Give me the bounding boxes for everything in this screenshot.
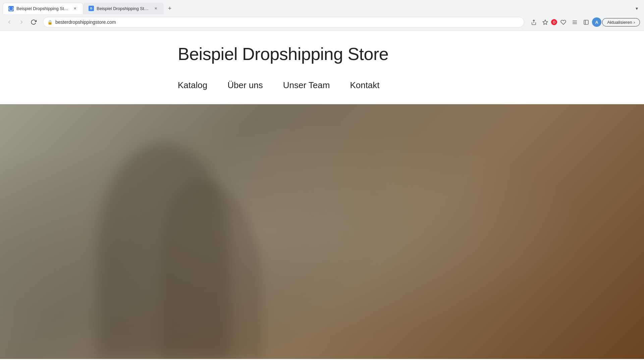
menu-list-button[interactable] <box>569 17 580 27</box>
svg-rect-5 <box>584 20 588 24</box>
browser-chrome: Beispiel Dropshipping Store · ✕ B Beispi… <box>0 0 644 31</box>
svg-marker-1 <box>543 20 547 24</box>
site-header-inner: Beispiel Dropshipping Store Katalog Über… <box>121 44 523 90</box>
tab-1-close[interactable]: ✕ <box>72 6 77 11</box>
address-bar[interactable]: 🔒 besterdropshippingstore.com <box>43 17 524 27</box>
site-header: Beispiel Dropshipping Store Katalog Über… <box>0 31 644 104</box>
tab-bar-right: ▾ <box>632 4 641 13</box>
tab-bar: Beispiel Dropshipping Store · ✕ B Beispi… <box>0 0 644 14</box>
new-tab-button[interactable]: + <box>165 4 174 13</box>
hero-section <box>0 104 644 359</box>
bookmark-button[interactable] <box>540 17 550 27</box>
lock-icon: 🔒 <box>47 20 53 25</box>
toolbar-right: O A Aktualisieren <box>528 17 640 27</box>
update-arrow-icon: › <box>634 20 635 25</box>
tab-1-title: Beispiel Dropshipping Store · <box>16 6 69 11</box>
toolbar: 🔒 besterdropshippingstore.com O <box>0 14 644 30</box>
update-button[interactable]: Aktualisieren › <box>602 18 640 26</box>
reload-button[interactable] <box>28 17 39 27</box>
url-display: besterdropshippingstore.com <box>55 19 520 25</box>
extensions-button[interactable] <box>558 17 569 27</box>
profile-icon[interactable]: A <box>592 17 601 27</box>
tab-1[interactable]: Beispiel Dropshipping Store · ✕ <box>3 3 83 14</box>
nav-unser-team[interactable]: Unser Team <box>283 80 330 90</box>
share-button[interactable] <box>528 17 539 27</box>
opera-icon: O <box>551 19 557 25</box>
update-button-label: Aktualisieren <box>607 20 632 25</box>
nav-kontakt[interactable]: Kontakt <box>350 80 379 90</box>
tab-2-title: Beispiel Dropshipping Store <box>97 6 150 11</box>
forward-button[interactable] <box>16 17 27 27</box>
nav-katalog[interactable]: Katalog <box>178 80 207 90</box>
nav-ueber-uns[interactable]: Über uns <box>227 80 263 90</box>
tab-2-close[interactable]: ✕ <box>153 6 158 11</box>
tab-1-favicon <box>8 6 14 11</box>
sidebar-button[interactable] <box>581 17 591 27</box>
page-content: Beispiel Dropshipping Store Katalog Über… <box>0 31 644 362</box>
tab-2[interactable]: B Beispiel Dropshipping Store ✕ <box>83 3 164 14</box>
back-button[interactable] <box>4 17 15 27</box>
site-nav: Katalog Über uns Unser Team Kontakt <box>178 80 466 90</box>
tabs-dropdown-icon[interactable]: ▾ <box>632 4 641 13</box>
tab-2-favicon: B <box>89 6 94 11</box>
site-title: Beispiel Dropshipping Store <box>178 44 466 64</box>
